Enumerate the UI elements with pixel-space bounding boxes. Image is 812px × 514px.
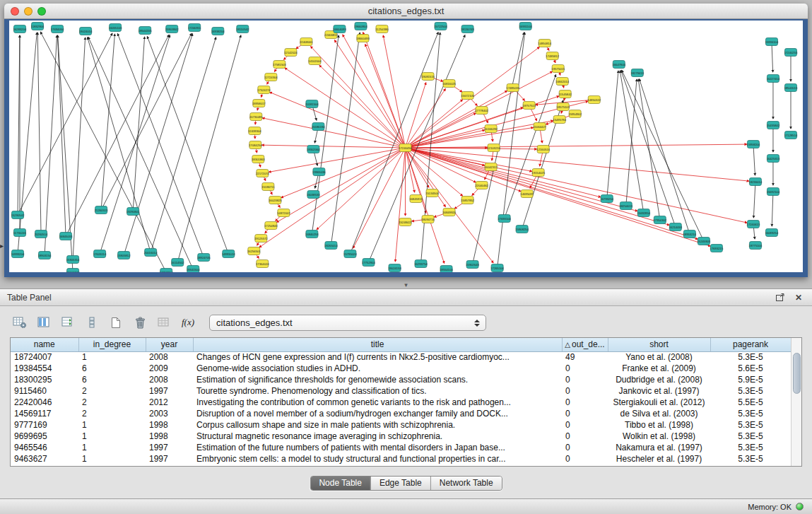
- graph-node[interactable]: 15692104: [767, 188, 780, 196]
- table-row[interactable]: 946554611997Estimation of the future num…: [11, 442, 791, 453]
- graph-node[interactable]: 16089254: [765, 229, 779, 237]
- column-header-name[interactable]: name: [11, 338, 78, 351]
- graph-node[interactable]: 18924705: [197, 254, 211, 262]
- graph-node[interactable]: 15672105: [461, 92, 474, 100]
- graph-node[interactable]: 16293754: [414, 260, 428, 268]
- table-row[interactable]: 2242004622012Investigating the contribut…: [11, 397, 791, 408]
- graph-node[interactable]: 18302064: [307, 146, 320, 153]
- column-header-out_de[interactable]: △out_de...: [562, 338, 608, 351]
- graph-node[interactable]: 17605114: [93, 250, 107, 258]
- graph-node[interactable]: 22172074: [256, 170, 269, 177]
- graph-node[interactable]: 19965036: [312, 168, 326, 176]
- graph-node[interactable]: 11064427: [534, 123, 547, 131]
- graph-node[interactable]: 15186711: [261, 183, 275, 191]
- graph-node[interactable]: 15958204: [747, 141, 760, 148]
- graph-node[interactable]: 15905812: [117, 252, 131, 259]
- graph-node[interactable]: 18279413: [630, 69, 644, 77]
- graph-node[interactable]: 15248421: [399, 218, 412, 226]
- graph-node[interactable]: 16840253: [305, 230, 319, 238]
- memory-status-icon[interactable]: [796, 503, 804, 510]
- column-header-in_degree[interactable]: in_degree: [78, 338, 146, 351]
- graph-node[interactable]: 11730241: [13, 229, 27, 237]
- graph-node[interactable]: 16845033: [59, 233, 73, 240]
- graph-node[interactable]: 20181504: [305, 100, 319, 108]
- graph-node[interactable]: 17364024: [256, 260, 269, 268]
- graph-node[interactable]: 18903154: [38, 252, 52, 259]
- graph-node[interactable]: 11832904: [31, 23, 45, 30]
- graph-node[interactable]: 17693215: [710, 245, 724, 252]
- graph-node[interactable]: 15954902: [568, 110, 582, 118]
- column-header-title[interactable]: title: [193, 338, 562, 351]
- graph-node[interactable]: 18775104: [749, 242, 763, 250]
- table-row[interactable]: 969969511998Structural magnetic resonanc…: [11, 431, 791, 442]
- graph-node[interactable]: 15692854: [637, 209, 650, 217]
- graph-node[interactable]: 17485033: [506, 84, 519, 92]
- graph-node[interactable]: 17358204: [160, 269, 173, 273]
- graph-node[interactable]: 11545842: [559, 90, 572, 98]
- graph-node[interactable]: 17693104: [498, 215, 511, 223]
- graph-node[interactable]: 17752904: [362, 259, 375, 267]
- graph-node[interactable]: 17240613: [747, 221, 760, 228]
- graph-node[interactable]: 17240911: [188, 24, 201, 32]
- graph-node[interactable]: 12142024: [284, 49, 298, 57]
- graph-node[interactable]: 16938204: [211, 28, 225, 35]
- graph-node[interactable]: 16038533: [307, 191, 320, 199]
- import-table-button[interactable]: [154, 313, 174, 332]
- table-row[interactable]: 977716911998Corpus callosum shape and si…: [11, 419, 791, 431]
- graph-node[interactable]: 16042317: [484, 163, 498, 171]
- table-row[interactable]: 1830029562008Estimation of significance …: [11, 374, 791, 385]
- graph-node[interactable]: 18094716: [421, 216, 435, 223]
- table-source-combobox[interactable]: citations_edges.txt: [209, 315, 486, 331]
- graph-node[interactable]: 17240450: [399, 144, 412, 152]
- graph-node[interactable]: 15722504: [434, 23, 447, 30]
- graph-node[interactable]: 18542013: [784, 84, 798, 92]
- network-canvas[interactable]: 1724045019081515168160251567210517778402…: [9, 21, 803, 272]
- graph-node[interactable]: 16931104: [519, 23, 532, 30]
- graph-node[interactable]: 19575015: [551, 65, 565, 73]
- graph-node[interactable]: 20260514: [35, 230, 48, 238]
- graph-node[interactable]: 11254380: [375, 25, 389, 33]
- graph-node[interactable]: 18236014: [749, 178, 763, 186]
- graph-node[interactable]: 26186194: [312, 123, 325, 131]
- graph-node[interactable]: 18953214: [683, 230, 697, 238]
- graph-node[interactable]: 16816025: [442, 80, 456, 88]
- graph-node[interactable]: 15435842: [767, 122, 780, 129]
- graph-node[interactable]: 17524274: [257, 86, 271, 94]
- graph-node[interactable]: 17581503: [273, 61, 286, 69]
- window-titlebar[interactable]: citations_edges.txt: [4, 4, 808, 19]
- graph-node[interactable]: 15795024: [343, 250, 357, 258]
- graph-node[interactable]: 21260513: [95, 206, 108, 214]
- graph-node[interactable]: 14102004: [308, 57, 322, 65]
- scrollbar-thumb[interactable]: [793, 353, 801, 394]
- tab-node-table[interactable]: Node Table: [310, 477, 371, 490]
- table-row[interactable]: 946362711997Embryonic stem cells: a mode…: [11, 453, 791, 465]
- graph-node[interactable]: 16055103: [109, 24, 122, 32]
- graph-node[interactable]: 14850814: [538, 40, 551, 47]
- column-header-short[interactable]: short: [608, 338, 710, 351]
- graph-node[interactable]: 16114502: [171, 259, 184, 267]
- graph-node[interactable]: 14850322: [587, 96, 601, 104]
- graph-node[interactable]: 20016014: [144, 249, 158, 257]
- graph-node[interactable]: 17254843: [264, 222, 278, 230]
- graph-node[interactable]: 15903842: [165, 25, 179, 33]
- graph-node[interactable]: 17694054: [51, 25, 64, 33]
- graph-node[interactable]: 16283204: [13, 25, 27, 33]
- graph-node[interactable]: 16842014: [555, 78, 569, 86]
- select-rows-button[interactable]: [58, 313, 78, 332]
- row-tools-button[interactable]: [82, 313, 102, 332]
- table-options-button[interactable]: [10, 313, 30, 332]
- graph-node[interactable]: 16849920: [442, 209, 456, 216]
- graph-node[interactable]: 16166292: [484, 125, 498, 133]
- graph-node[interactable]: 15902643: [466, 261, 479, 269]
- graph-node[interactable]: 16604093: [333, 25, 346, 33]
- tab-network-table[interactable]: Network Table: [431, 477, 502, 490]
- delete-column-button[interactable]: [130, 313, 150, 332]
- table-row[interactable]: 1938455462009Genome-wide association stu…: [11, 363, 791, 374]
- graph-node[interactable]: 16214053: [669, 223, 683, 231]
- graph-node[interactable]: 12103216: [487, 144, 500, 152]
- table-row[interactable]: 1872400712008Changes of HCN gene express…: [11, 351, 791, 363]
- collapsed-panel-arrow[interactable]: ▸: [0, 242, 4, 250]
- graph-node[interactable]: 10993204: [11, 250, 25, 258]
- graph-node[interactable]: 15134504: [425, 189, 439, 197]
- graph-node[interactable]: 22040462: [475, 182, 488, 189]
